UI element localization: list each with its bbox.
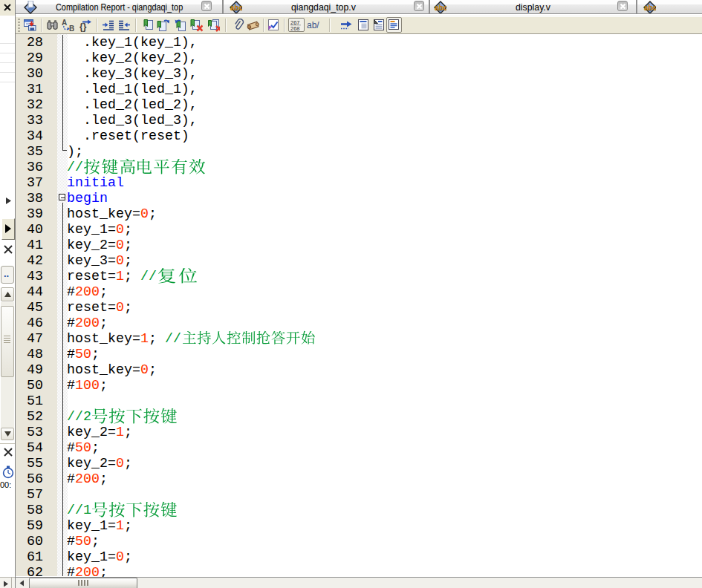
svg-text:{}: {} (79, 22, 87, 32)
svg-text:A: A (62, 19, 67, 27)
svg-text:268: 268 (290, 25, 300, 32)
svg-text:ab/: ab/ (307, 20, 319, 30)
svg-text:B: B (69, 24, 74, 32)
svg-text:abc: abc (644, 4, 656, 12)
svg-text:abc: abc (435, 4, 446, 12)
svg-text:abc: abc (230, 4, 242, 12)
